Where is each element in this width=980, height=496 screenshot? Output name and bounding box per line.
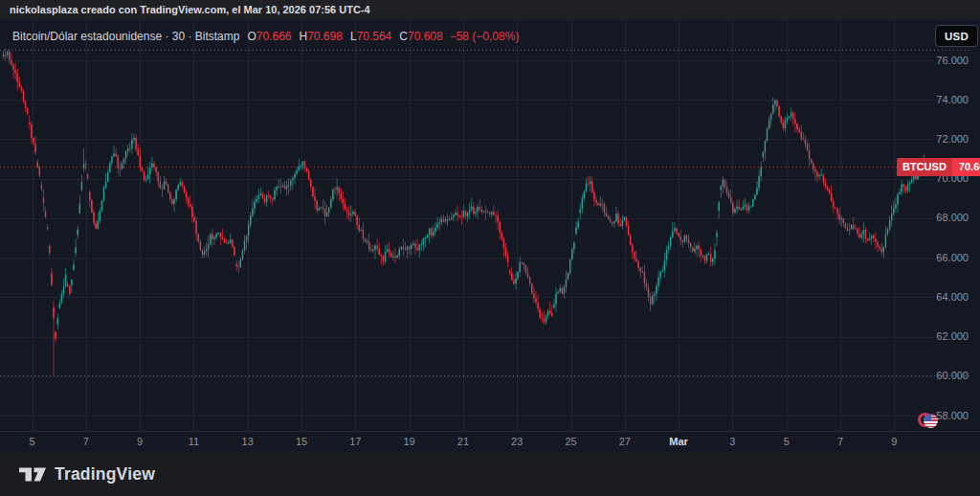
currency-toggle-button[interactable]: USD (935, 25, 978, 47)
time-axis-label: 15 (296, 436, 307, 447)
tradingview-logo-icon[interactable] (19, 467, 46, 482)
time-axis-label: 23 (511, 436, 523, 447)
time-axis-label: 13 (242, 436, 254, 447)
tradingview-snapshot: nickolasplaza creado con TradingView.com… (0, 0, 980, 496)
usd-flag-icon (924, 414, 938, 428)
ohlc-low: L70.564 (350, 30, 391, 43)
change-value: −58 (−0,08%) (450, 30, 520, 43)
footer-bar: TradingView (0, 453, 980, 496)
price-axis-label: 62.000 (936, 330, 969, 342)
ohlc-high: H70.698 (300, 30, 343, 43)
time-axis-label: 27 (619, 436, 631, 447)
time-axis-label: 21 (457, 436, 469, 447)
btcusd-pair-icon (918, 413, 939, 428)
tradingview-wordmark[interactable]: TradingView (55, 464, 155, 485)
price-axis-label: 72.000 (936, 133, 969, 145)
price-axis-label: 76.000 (936, 55, 969, 66)
time-axis-label: 19 (403, 436, 414, 447)
time-axis-label: 7 (83, 436, 89, 447)
time-axis-label: 5 (29, 436, 34, 447)
time-axis-label: Mar (669, 436, 688, 447)
price-axis-label: 66.000 (936, 252, 969, 263)
time-axis-label: 11 (189, 436, 199, 447)
time-axis[interactable]: 579111315171921232527Mar3579 (0, 431, 933, 454)
price-axis[interactable]: 76.00074.00072.00070.00068.00066.00064.0… (932, 20, 980, 453)
attribution-bar: nickolasplaza creado con TradingView.com… (0, 0, 980, 20)
price-axis-label: 74.000 (936, 94, 969, 105)
time-axis-label: 9 (137, 436, 143, 447)
last-price-tag-value: 70.608 (952, 158, 980, 176)
time-axis-label: 17 (349, 436, 361, 447)
attribution-text: nickolasplaza creado con TradingView.com… (10, 4, 370, 15)
price-axis-label: 58.000 (936, 410, 969, 421)
ohlc-open: O70.666 (247, 30, 291, 43)
time-axis-label: 3 (729, 436, 735, 447)
price-axis-label: 68.000 (936, 212, 969, 223)
time-axis-label: 7 (837, 436, 843, 447)
price-axis-label: 64.000 (936, 291, 969, 303)
symbol-title: Bitcoin/Dólar estadounidense · 30 · Bits… (12, 30, 239, 43)
chart-legend[interactable]: Bitcoin/Dólar estadounidense · 30 · Bits… (12, 30, 519, 43)
candlestick-chart[interactable] (0, 0, 980, 496)
time-axis-label: 25 (565, 436, 576, 447)
price-axis-label: 60.000 (936, 370, 969, 381)
last-price-tag-symbol: BTCUSD (897, 158, 952, 176)
last-price-tag: BTCUSD70.608 (897, 158, 980, 176)
time-axis-label: 5 (784, 436, 790, 447)
ohlc-close: C70.608 (399, 30, 442, 43)
time-axis-label: 9 (891, 436, 897, 447)
